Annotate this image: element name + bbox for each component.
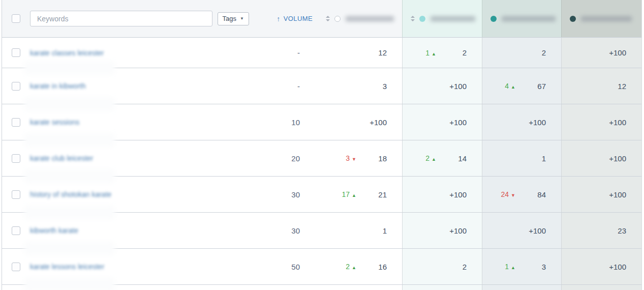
rank-cell-c3: 4▲67 bbox=[482, 68, 561, 104]
volume-value: 30 bbox=[249, 190, 318, 199]
rank-cell-c4: +100 bbox=[561, 38, 641, 68]
rank-value: 67 bbox=[524, 82, 546, 91]
rank-change: 1▲ bbox=[413, 49, 436, 57]
row-volume-cell: 30 bbox=[249, 213, 318, 248]
keyword-link[interactable]: kibworth karate bbox=[28, 226, 78, 235]
rank-value: 23 bbox=[604, 226, 626, 235]
redacted-domain-label bbox=[346, 16, 394, 21]
row-checkbox[interactable] bbox=[12, 226, 20, 235]
volume-header-label: VOLUME bbox=[284, 15, 313, 22]
row-checkbox[interactable] bbox=[12, 82, 20, 91]
volume-value: - bbox=[249, 48, 318, 57]
redaction-blur-strip bbox=[24, 133, 115, 147]
rank-cell-c3: 2 bbox=[482, 38, 561, 68]
redaction-blur-strip bbox=[24, 61, 115, 75]
row-volume-cell: 10 bbox=[249, 104, 318, 140]
sort-up-caret-icon bbox=[411, 16, 415, 18]
table-row: karate classes leicester-121▲22+100 bbox=[2, 38, 641, 68]
keyword-link[interactable]: karate classes leicester bbox=[28, 49, 104, 57]
redaction-blur-strip bbox=[24, 242, 115, 255]
keyword-link[interactable]: karate sessions bbox=[28, 118, 79, 126]
rank-change-value: 1 bbox=[505, 263, 509, 271]
rank-value: +100 bbox=[444, 82, 467, 91]
rank-change-value: 2 bbox=[346, 263, 350, 271]
row-checkbox[interactable] bbox=[12, 154, 20, 163]
rank-value: +100 bbox=[604, 154, 626, 163]
rank-value: 12 bbox=[364, 48, 387, 57]
sort-carets-icon[interactable] bbox=[326, 16, 330, 21]
sort-carets-icon[interactable] bbox=[411, 16, 415, 21]
keywords-search-input[interactable] bbox=[30, 11, 212, 26]
rank-value: +100 bbox=[524, 118, 546, 127]
rank-change: 2▲ bbox=[413, 154, 436, 162]
rank-up-triangle-icon: ▲ bbox=[511, 84, 515, 90]
select-all-checkbox[interactable] bbox=[12, 14, 20, 23]
dropdown-caret-icon: ▼ bbox=[240, 16, 244, 21]
column-header-competitor-2[interactable] bbox=[482, 0, 561, 37]
rank-cell-c2 bbox=[402, 285, 482, 290]
rank-up-triangle-icon: ▲ bbox=[511, 265, 515, 270]
row-checkbox[interactable] bbox=[12, 190, 20, 199]
rank-value: 14 bbox=[444, 154, 467, 163]
rank-value: +100 bbox=[444, 190, 467, 199]
redaction-blur-strip bbox=[24, 206, 115, 219]
rank-value: +100 bbox=[604, 263, 626, 271]
rank-cell-c2: +100 bbox=[402, 104, 482, 140]
rank-cell-c4: +100 bbox=[561, 249, 641, 284]
rank-value: 2 bbox=[444, 263, 467, 271]
column-header-competitor-1[interactable] bbox=[402, 0, 482, 37]
column-header-competitor-3[interactable] bbox=[561, 0, 641, 37]
rank-up-triangle-icon: ▲ bbox=[432, 157, 436, 162]
domain-dot-icon bbox=[334, 16, 341, 22]
volume-value: 50 bbox=[249, 263, 318, 271]
rank-value: 21 bbox=[364, 190, 387, 199]
redacted-domain-label bbox=[581, 16, 632, 21]
row-checkbox[interactable] bbox=[12, 48, 20, 57]
rank-cell-own: 3 bbox=[318, 68, 402, 104]
rank-cell-c2: 2▲14 bbox=[402, 140, 482, 176]
keyword-link[interactable]: karate in kibworth bbox=[28, 82, 86, 90]
rank-up-triangle-icon: ▲ bbox=[352, 193, 356, 198]
header-volume-cell: ↑ VOLUME bbox=[249, 0, 318, 37]
rank-cell-c3: +100 bbox=[482, 213, 561, 248]
tags-dropdown-button[interactable]: Tags ▼ bbox=[218, 12, 249, 25]
rank-down-triangle-icon: ▼ bbox=[511, 193, 515, 198]
rank-value: 18 bbox=[364, 154, 387, 163]
row-checkbox[interactable] bbox=[12, 263, 20, 271]
keyword-link[interactable]: karate lessons leicester bbox=[28, 263, 104, 271]
rank-up-triangle-icon: ▲ bbox=[352, 265, 356, 270]
keyword-link[interactable]: karate club leicester bbox=[28, 154, 94, 162]
rank-cell-c3: 24▼84 bbox=[482, 177, 561, 212]
rank-cell-c4: 23 bbox=[561, 213, 641, 248]
tags-label: Tags bbox=[223, 15, 236, 22]
volume-value: 20 bbox=[249, 154, 318, 163]
table-body: karate classes leicester-121▲22+100karat… bbox=[2, 38, 641, 290]
rank-cell-own: +100 bbox=[318, 104, 402, 140]
rank-cell-c4: +100 bbox=[561, 104, 641, 140]
domain-dot-icon bbox=[419, 16, 425, 22]
rank-value: +100 bbox=[444, 226, 467, 235]
rank-value: 16 bbox=[364, 263, 387, 271]
row-volume-cell: 50 bbox=[249, 249, 318, 284]
redaction-blur-strip bbox=[24, 97, 115, 111]
rank-value: 3 bbox=[524, 263, 546, 271]
rank-change-value: 2 bbox=[425, 154, 430, 162]
keyword-link[interactable]: history of shotokan karate bbox=[28, 190, 111, 198]
rank-value: 1 bbox=[524, 154, 546, 163]
volume-sort-header[interactable]: ↑ VOLUME bbox=[249, 15, 318, 23]
rank-change-value: 3 bbox=[346, 154, 350, 162]
rank-value: 2 bbox=[524, 48, 546, 57]
column-header-my-domain[interactable] bbox=[318, 0, 402, 37]
rank-cell-own: 2▲16 bbox=[318, 249, 402, 284]
row-checkbox[interactable] bbox=[12, 118, 20, 127]
domain-dot-icon bbox=[570, 16, 576, 22]
rank-value: 3 bbox=[364, 82, 387, 91]
rank-down-triangle-icon: ▼ bbox=[352, 157, 356, 162]
rank-cell-own: 1 bbox=[318, 213, 402, 248]
volume-value: - bbox=[249, 82, 318, 91]
rank-cell-c4 bbox=[561, 285, 641, 290]
rank-cell-c3 bbox=[482, 285, 561, 290]
rank-value: +100 bbox=[364, 118, 387, 127]
rank-value: +100 bbox=[604, 48, 626, 57]
table-header: Tags ▼ ↑ VOLUME bbox=[2, 0, 641, 38]
